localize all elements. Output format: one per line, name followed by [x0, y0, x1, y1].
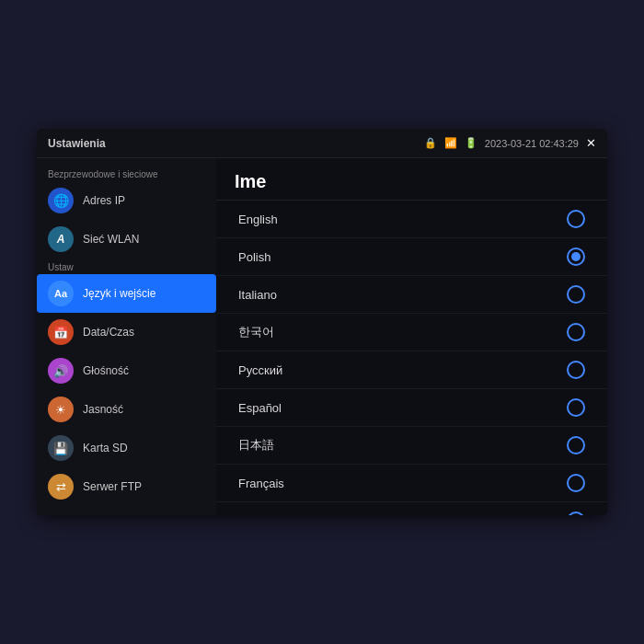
lang-name-english: English	[238, 213, 278, 226]
sidebar-section-settings: Ustaw	[37, 259, 216, 274]
radio-polish[interactable]	[567, 247, 585, 266]
right-panel: Ime EnglishPolishItaliano한국어РусскийEspañ…	[216, 158, 607, 515]
radio-korean[interactable]	[567, 323, 585, 341]
language-item-polish[interactable]: Polish	[216, 238, 607, 276]
date-icon: 📅	[48, 319, 74, 345]
radio-english[interactable]	[567, 210, 585, 228]
language-item-german[interactable]: Deutsch	[216, 502, 607, 515]
sidebar-item-siec-wlan[interactable]: A Sieć WLAN	[37, 220, 216, 259]
sidebar-label-data-czas: Data/Czas	[83, 326, 134, 339]
radio-russian[interactable]	[567, 361, 585, 379]
sd-icon: 💾	[48, 435, 74, 461]
sidebar-item-serwer-ftp[interactable]: ⇄ Serwer FTP	[37, 467, 216, 506]
radio-french[interactable]	[567, 474, 585, 492]
lang-name-polish: Polish	[238, 250, 270, 264]
lang-name-spanish: Español	[238, 401, 282, 415]
panel-header: Ime	[216, 158, 607, 201]
sidebar-item-glosnosc[interactable]: 🔊 Głośność	[37, 351, 216, 390]
ftp-icon: ⇄	[48, 474, 74, 500]
network-icon: 📶	[444, 137, 457, 149]
top-bar-title: Ustawienia	[48, 137, 106, 150]
sidebar-label-serwer-ftp: Serwer FTP	[83, 480, 142, 493]
language-item-french[interactable]: Français	[216, 465, 607, 502]
close-button[interactable]: ✕	[586, 136, 596, 150]
top-bar-right: 🔒 📶 🔋 2023-03-21 02:43:29 ✕	[424, 136, 596, 150]
sidebar-label-jasnosc: Jasność	[83, 403, 123, 416]
sidebar-label-jezyk: Język i wejście	[83, 287, 155, 300]
lang-name-russian: Русский	[238, 363, 282, 377]
brightness-icon: ☀	[48, 397, 74, 422]
screen: Ustawienia 🔒 📶 🔋 2023-03-21 02:43:29 ✕ B…	[37, 129, 607, 515]
language-item-russian[interactable]: Русский	[216, 351, 607, 389]
language-list: EnglishPolishItaliano한국어РусскийEspañol日本…	[216, 201, 607, 515]
lock-icon: 🔒	[424, 137, 437, 149]
lang-name-french: Français	[238, 477, 284, 490]
lang-name-japanese: 日本語	[238, 437, 274, 454]
radio-japanese[interactable]	[567, 436, 585, 454]
lang-name-italiano: Italiano	[238, 288, 277, 302]
globe-icon: 🌐	[48, 188, 74, 213]
top-bar: Ustawienia 🔒 📶 🔋 2023-03-21 02:43:29 ✕	[37, 129, 607, 158]
language-item-japanese[interactable]: 日本語	[216, 427, 607, 465]
sidebar-item-jezyk[interactable]: Aa Język i wejście	[37, 274, 216, 313]
language-item-spanish[interactable]: Español	[216, 389, 607, 427]
language-item-korean[interactable]: 한국어	[216, 314, 607, 351]
sidebar: Bezprzewodowe i sieciowe 🌐 Adres IP A Si…	[37, 158, 216, 515]
sidebar-label-siec-wlan: Sieć WLAN	[83, 233, 139, 246]
lang-icon: Aa	[48, 281, 74, 306]
sidebar-section-network: Bezprzewodowe i sieciowe	[37, 166, 216, 181]
sidebar-label-adres-ip: Adres IP	[83, 194, 125, 207]
lang-name-german: Deutsch	[238, 514, 282, 516]
language-item-italiano[interactable]: Italiano	[216, 276, 607, 314]
radio-german[interactable]	[567, 512, 585, 515]
sidebar-item-jasnosc[interactable]: ☀ Jasność	[37, 390, 216, 429]
sidebar-label-glosnosc: Głośność	[83, 364, 129, 377]
sidebar-label-karta-sd: Karta SD	[83, 442, 128, 454]
battery-icon: 🔋	[465, 137, 477, 149]
sidebar-item-adres-ip[interactable]: 🌐 Adres IP	[37, 181, 216, 220]
sidebar-item-data-czas[interactable]: 📅 Data/Czas	[37, 313, 216, 351]
main-content: Bezprzewodowe i sieciowe 🌐 Adres IP A Si…	[37, 158, 607, 515]
radio-spanish[interactable]	[567, 398, 585, 417]
volume-icon: 🔊	[48, 358, 74, 384]
sidebar-item-karta-sd[interactable]: 💾 Karta SD	[37, 429, 216, 467]
language-item-english[interactable]: English	[216, 201, 607, 238]
wifi-icon: A	[48, 226, 74, 252]
lang-name-korean: 한국어	[238, 324, 274, 340]
radio-italiano[interactable]	[567, 285, 585, 304]
datetime-label: 2023-03-21 02:43:29	[485, 138, 579, 149]
